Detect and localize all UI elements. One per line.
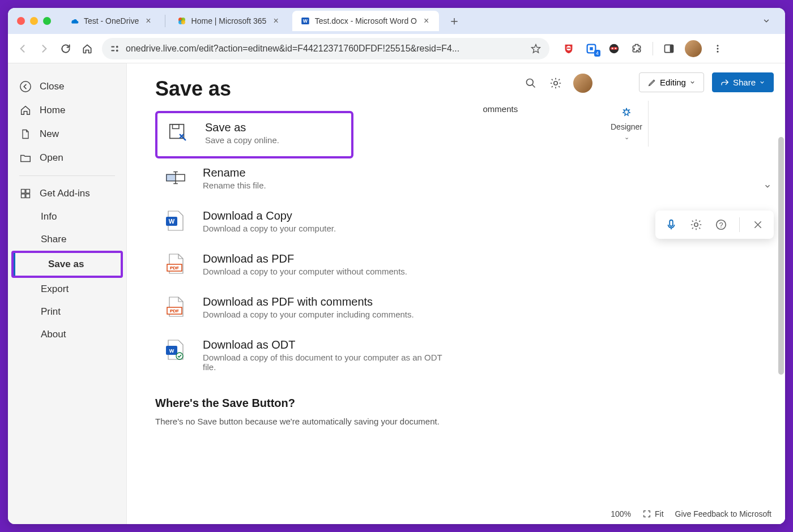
fit-icon	[642, 509, 651, 518]
close-tab-button[interactable]: ×	[143, 15, 153, 27]
background-app: omments Editing Share	[484, 63, 786, 524]
help-icon[interactable]: ?	[714, 218, 728, 231]
home-icon	[19, 104, 32, 117]
share-button[interactable]: Share	[712, 72, 774, 92]
zoom-level[interactable]: 100%	[611, 509, 631, 518]
svg-point-3	[181, 20, 185, 25]
tab-onedrive[interactable]: Test - OneDrive ×	[61, 11, 161, 31]
folder-icon	[19, 152, 32, 164]
page-title: Save as	[155, 77, 456, 101]
comments-button-fragment[interactable]: omments	[483, 104, 518, 114]
microphone-icon[interactable]	[664, 218, 678, 231]
sidebar-close[interactable]: Close	[8, 75, 126, 98]
tab-overflow-button[interactable]	[758, 12, 775, 29]
sidebar-export[interactable]: Export	[8, 278, 126, 301]
svg-rect-13	[590, 47, 593, 50]
sidebar-about[interactable]: About	[8, 323, 126, 346]
ublock-icon[interactable]	[562, 42, 575, 55]
sidebar-home[interactable]: Home	[8, 98, 126, 122]
editing-mode-button[interactable]: Editing	[639, 72, 704, 92]
option-download-odt[interactable]: W Download as ODT Download a copy of thi…	[155, 331, 456, 380]
svg-point-9	[116, 49, 118, 52]
option-download-pdf[interactable]: PDF Download as PDF Download a copy to y…	[155, 244, 456, 284]
home-button[interactable]	[80, 42, 94, 55]
feedback-link[interactable]: Give Feedback to Microsoft	[675, 509, 771, 518]
svg-rect-47	[670, 220, 673, 226]
reload-button[interactable]	[59, 42, 73, 55]
close-window-button[interactable]	[17, 17, 25, 25]
sidebar-info[interactable]: Info	[8, 205, 126, 228]
sidebar-label: New	[40, 128, 59, 140]
user-avatar[interactable]	[573, 74, 592, 93]
share-icon	[720, 78, 730, 87]
option-download-copy[interactable]: W Download a Copy Download a copy to you…	[155, 201, 456, 241]
profile-avatar[interactable]	[685, 40, 702, 57]
sidebar-share[interactable]: Share	[8, 228, 126, 251]
close-tab-button[interactable]: ×	[421, 15, 431, 27]
option-desc: Save a copy online.	[205, 135, 279, 145]
extension-badge: 4	[594, 50, 600, 57]
option-desc: Download a copy to your computer without…	[203, 267, 407, 276]
address-bar[interactable]: onedrive.live.com/edit?action=editnew&id…	[102, 38, 549, 59]
bookmark-star-icon[interactable]	[530, 43, 542, 54]
close-tab-button[interactable]: ×	[271, 15, 280, 27]
designer-button[interactable]: Designer ⌄	[605, 101, 649, 147]
tab-word-active[interactable]: W Test.docx - Microsoft Word O ×	[292, 11, 440, 31]
back-button[interactable]	[16, 42, 29, 55]
site-settings-icon[interactable]	[110, 44, 120, 54]
sidebar-addins[interactable]: Get Add-ins	[8, 182, 126, 205]
search-icon[interactable]	[523, 76, 538, 91]
svg-rect-7	[111, 50, 114, 51]
fit-button[interactable]: Fit	[642, 509, 664, 518]
svg-point-44	[527, 79, 534, 86]
sidebar-label: Open	[40, 152, 63, 164]
option-download-pdf-comments[interactable]: PDF Download as PDF with comments Downlo…	[155, 288, 456, 327]
extension-icon[interactable]: 4	[585, 42, 598, 55]
scrollbar-thumb[interactable]	[778, 137, 784, 375]
maximize-window-button[interactable]	[43, 17, 51, 25]
extensions-button[interactable]	[630, 42, 643, 55]
settings-icon[interactable]	[548, 76, 563, 91]
svg-point-21	[717, 48, 719, 49]
svg-rect-24	[22, 190, 25, 194]
sidebar-label: Export	[41, 284, 69, 295]
saveas-panel: Save as Save as Save a copy online. Rena…	[127, 63, 484, 524]
dictation-settings-icon[interactable]	[689, 218, 703, 231]
svg-rect-6	[111, 46, 114, 47]
option-rename[interactable]: Rename Rename this file.	[155, 158, 456, 198]
chevron-down-icon: ⌄	[624, 134, 629, 141]
extension-ninja-icon[interactable]	[607, 42, 621, 55]
sidebar-print[interactable]: Print	[8, 301, 126, 323]
ribbon-collapse-chevron[interactable]	[764, 182, 771, 190]
browser-toolbar: onedrive.live.com/edit?action=editnew&id…	[8, 34, 785, 63]
designer-icon	[620, 106, 633, 120]
option-title: Download a Copy	[203, 209, 336, 222]
svg-point-46	[554, 81, 557, 85]
sidebar-saveas[interactable]: Save as	[14, 253, 121, 276]
button-label: Editing	[660, 78, 686, 87]
tab-m365[interactable]: Home | Microsoft 365 ×	[169, 11, 289, 31]
tab-title: Test - OneDrive	[84, 16, 139, 25]
sidebar-new[interactable]: New	[8, 122, 126, 146]
svg-text:?: ?	[719, 221, 723, 229]
option-desc: Download a copy to your computer.	[203, 224, 336, 233]
onedrive-icon	[69, 16, 79, 26]
close-dictation-icon[interactable]	[751, 218, 765, 231]
svg-point-20	[717, 45, 719, 46]
sidebar-open[interactable]: Open	[8, 146, 126, 170]
svg-rect-15	[611, 47, 618, 50]
svg-text:W: W	[303, 19, 308, 24]
new-tab-button[interactable]: ＋	[442, 10, 466, 32]
svg-rect-29	[173, 125, 179, 129]
svg-point-23	[20, 81, 31, 92]
m365-icon	[177, 16, 187, 26]
minimize-window-button[interactable]	[30, 17, 38, 25]
forward-button[interactable]	[37, 42, 51, 55]
browser-menu-button[interactable]	[711, 42, 724, 55]
file-menu-sidebar: Close Home New Open Get Add-ins Info Sh	[8, 63, 127, 524]
side-panel-button[interactable]	[662, 42, 676, 55]
svg-point-16	[612, 48, 613, 49]
option-title: Save as	[205, 121, 279, 134]
option-saveas[interactable]: Save as Save a copy online.	[157, 113, 351, 153]
svg-text:W: W	[169, 348, 174, 354]
